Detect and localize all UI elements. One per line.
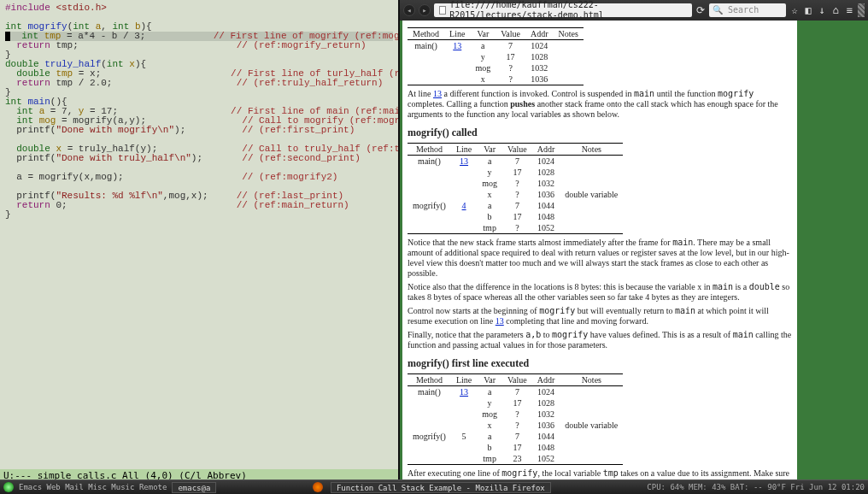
browser-viewport[interactable]: Method Line Var Value Addr Notes main()1… (400, 21, 868, 479)
table-row: main()13a71024 (408, 386, 623, 398)
table-row: x?1036double variable (408, 420, 623, 431)
code-line-1a: #include (5, 3, 56, 13)
table-row: tmp?1052 (408, 222, 623, 234)
download-icon[interactable]: ↓ (817, 4, 827, 16)
taskbar-item-emacs[interactable]: emacs@a (172, 482, 216, 493)
menu-icon[interactable]: ≡ (844, 4, 854, 16)
table-row: b171048 (408, 211, 623, 222)
file-icon (439, 6, 446, 15)
forward-button[interactable]: ▸ (419, 4, 431, 16)
heading-mogrify-first-line: mogrify() first line executed (408, 357, 792, 370)
para: Notice that the new stack frame starts a… (408, 238, 792, 279)
para: At line 13 a different function is invok… (408, 89, 792, 120)
bookmark-icon[interactable]: ◧ (803, 4, 813, 16)
para: After executing one line of mogrify, the… (408, 468, 792, 479)
table-row: y171028 (408, 51, 584, 62)
taskbar-item-firefox[interactable]: Function Call Stack Example - Mozilla Fi… (331, 482, 551, 493)
back-button[interactable]: ◂ (403, 4, 415, 16)
table-row: x?1036 (408, 74, 584, 85)
table-row: x?1036double variable (408, 189, 623, 200)
table-row: main()13a71024 (408, 156, 623, 168)
line-link[interactable]: 13 (453, 41, 461, 50)
stack-table-2: MethodLineVarValueAddrNotes main()13a710… (408, 143, 623, 234)
line-link[interactable]: 13 (496, 316, 504, 326)
heading-mogrify-called: mogrify() called (408, 126, 792, 139)
line-link[interactable]: 4 (462, 201, 466, 210)
table-row: mog?1032 (408, 62, 584, 74)
table-row: mog?1032 (408, 178, 623, 189)
table-row: main()13a71024 (408, 40, 584, 52)
taskbar: Emacs Web Mail Misc Music Remote emacs@a… (0, 479, 868, 494)
para: Notice also that the difference in the l… (408, 282, 792, 303)
search-placeholder: Search (728, 5, 759, 15)
browser-toolbar: ◂ ▸ file:////home/kauffman/cs222-R2015/l… (400, 0, 868, 21)
line-link[interactable]: 13 (460, 387, 468, 397)
taskbar-applets[interactable]: Emacs Web Mail Misc Music Remote (19, 483, 167, 491)
system-tray[interactable]: CPU: 64% MEM: 43% BAT: -- 90°F Fri Jun 1… (647, 483, 865, 491)
table-row: mogrify()4a71044 (408, 200, 623, 211)
code-editor[interactable]: #include <stdio.h> int mogrify(int a, in… (0, 0, 398, 469)
editor-pane: #include <stdio.h> int mogrify(int a, in… (0, 0, 398, 479)
table-row: tmp231052 (408, 453, 623, 465)
browser-pane: ◂ ▸ file:////home/kauffman/cs222-R2015/l… (398, 0, 868, 479)
page-content: Method Line Var Value Addr Notes main()1… (402, 21, 797, 479)
search-icon: 🔍 (713, 5, 723, 15)
table-row: y171028 (408, 397, 623, 409)
stack-table-3: MethodLineVarValueAddrNotes main()13a710… (408, 373, 623, 465)
table-row: b171048 (408, 442, 623, 453)
line-link[interactable]: 13 (460, 156, 468, 166)
table-row: mog?1032 (408, 409, 623, 420)
firefox-icon[interactable] (313, 482, 323, 492)
search-bar[interactable]: 🔍 Search (709, 3, 786, 17)
reload-icon[interactable]: ⟳ (695, 4, 706, 16)
star-icon[interactable]: ☆ (789, 4, 800, 16)
code-line-1b: <stdio.h> (56, 3, 106, 13)
stack-table-1: Method Line Var Value Addr Notes main()1… (408, 27, 584, 85)
start-icon[interactable] (3, 482, 14, 492)
url-text: file:////home/kauffman/cs222-R2015/lectu… (449, 0, 687, 21)
table-row: y171028 (408, 167, 623, 178)
modeline: U:--- simple_calls.c All (4,0) (C/l Abbr… (0, 469, 398, 479)
url-bar[interactable]: file:////home/kauffman/cs222-R2015/lectu… (434, 3, 692, 17)
line-link[interactable]: 13 (433, 89, 442, 98)
home-icon[interactable]: ⌂ (830, 4, 841, 16)
para: Control now starts at the beginning of m… (408, 306, 792, 326)
table-row: mogrify()5a71044 (408, 431, 623, 442)
para: Finally, notice that the parameters a,b … (408, 330, 792, 350)
window-resize-grip[interactable] (858, 3, 865, 17)
